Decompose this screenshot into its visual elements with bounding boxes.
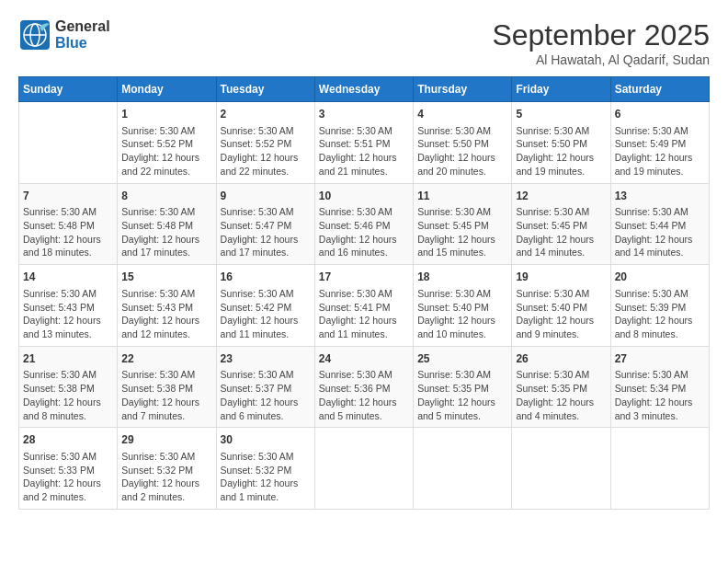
cell-sun-info: Sunrise: 5:30 AM Sunset: 5:40 PM Dayligh…: [417, 287, 507, 341]
calendar-cell: 8Sunrise: 5:30 AM Sunset: 5:48 PM Daylig…: [118, 183, 216, 265]
day-number: 25: [417, 351, 507, 367]
day-number: 6: [615, 107, 705, 122]
day-number: 22: [121, 351, 211, 367]
calendar-cell: 20Sunrise: 5:30 AM Sunset: 5:39 PM Dayli…: [610, 265, 709, 347]
day-number: 1: [121, 107, 211, 122]
cell-sun-info: Sunrise: 5:30 AM Sunset: 5:43 PM Dayligh…: [23, 287, 113, 341]
calendar-cell: [414, 428, 512, 510]
calendar-cell: 15Sunrise: 5:30 AM Sunset: 5:43 PM Dayli…: [118, 265, 216, 347]
cell-sun-info: Sunrise: 5:30 AM Sunset: 5:49 PM Dayligh…: [615, 124, 705, 178]
day-number: 15: [121, 270, 211, 285]
days-of-week-row: SundayMondayTuesdayWednesdayThursdayFrid…: [19, 77, 710, 102]
day-number: 2: [221, 107, 311, 122]
calendar-cell: 25Sunrise: 5:30 AM Sunset: 5:35 PM Dayli…: [414, 346, 512, 428]
calendar-cell: 4Sunrise: 5:30 AM Sunset: 5:50 PM Daylig…: [414, 102, 512, 184]
cell-sun-info: Sunrise: 5:30 AM Sunset: 5:42 PM Dayligh…: [221, 287, 311, 341]
calendar-table: SundayMondayTuesdayWednesdayThursdayFrid…: [18, 76, 710, 510]
calendar-cell: 29Sunrise: 5:30 AM Sunset: 5:32 PM Dayli…: [118, 428, 216, 510]
title-block: September 2025 Al Hawatah, Al Qadarif, S…: [492, 18, 710, 67]
day-number: 27: [615, 351, 705, 367]
day-number: 19: [516, 270, 606, 285]
week-row-2: 7Sunrise: 5:30 AM Sunset: 5:48 PM Daylig…: [19, 183, 710, 265]
calendar-cell: [314, 428, 413, 510]
cell-sun-info: Sunrise: 5:30 AM Sunset: 5:40 PM Dayligh…: [516, 287, 606, 341]
calendar-cell: 16Sunrise: 5:30 AM Sunset: 5:42 PM Dayli…: [216, 265, 314, 347]
day-number: 9: [221, 189, 311, 204]
day-number: 26: [516, 351, 606, 367]
dow-header-friday: Friday: [512, 77, 610, 102]
calendar-cell: 2Sunrise: 5:30 AM Sunset: 5:52 PM Daylig…: [216, 102, 314, 184]
calendar-cell: 5Sunrise: 5:30 AM Sunset: 5:50 PM Daylig…: [512, 102, 610, 184]
day-number: 11: [417, 189, 507, 204]
calendar-cell: 30Sunrise: 5:30 AM Sunset: 5:32 PM Dayli…: [216, 428, 314, 510]
cell-sun-info: Sunrise: 5:30 AM Sunset: 5:41 PM Dayligh…: [319, 287, 409, 341]
page-header: General Blue September 2025 Al Hawatah, …: [18, 18, 710, 67]
calendar-cell: 22Sunrise: 5:30 AM Sunset: 5:38 PM Dayli…: [118, 346, 216, 428]
calendar-cell: 3Sunrise: 5:30 AM Sunset: 5:51 PM Daylig…: [314, 102, 413, 184]
cell-sun-info: Sunrise: 5:30 AM Sunset: 5:35 PM Dayligh…: [417, 368, 507, 422]
cell-sun-info: Sunrise: 5:30 AM Sunset: 5:48 PM Dayligh…: [23, 205, 113, 259]
calendar-cell: 18Sunrise: 5:30 AM Sunset: 5:40 PM Dayli…: [414, 265, 512, 347]
dow-header-saturday: Saturday: [610, 77, 709, 102]
logo-icon: [18, 18, 51, 52]
day-number: 24: [319, 351, 409, 367]
calendar-cell: 13Sunrise: 5:30 AM Sunset: 5:44 PM Dayli…: [610, 183, 709, 265]
cell-sun-info: Sunrise: 5:30 AM Sunset: 5:44 PM Dayligh…: [615, 205, 705, 259]
day-number: 17: [319, 270, 409, 285]
cell-sun-info: Sunrise: 5:30 AM Sunset: 5:52 PM Dayligh…: [121, 124, 211, 178]
dow-header-monday: Monday: [118, 77, 216, 102]
cell-sun-info: Sunrise: 5:30 AM Sunset: 5:46 PM Dayligh…: [319, 205, 409, 259]
calendar-cell: 1Sunrise: 5:30 AM Sunset: 5:52 PM Daylig…: [118, 102, 216, 184]
calendar-cell: 11Sunrise: 5:30 AM Sunset: 5:45 PM Dayli…: [414, 183, 512, 265]
cell-sun-info: Sunrise: 5:30 AM Sunset: 5:32 PM Dayligh…: [221, 450, 311, 504]
day-number: 23: [221, 351, 311, 367]
calendar-cell: 7Sunrise: 5:30 AM Sunset: 5:48 PM Daylig…: [19, 183, 118, 265]
calendar-cell: [610, 428, 709, 510]
cell-sun-info: Sunrise: 5:30 AM Sunset: 5:39 PM Dayligh…: [615, 287, 705, 341]
cell-sun-info: Sunrise: 5:30 AM Sunset: 5:50 PM Dayligh…: [516, 124, 606, 178]
day-number: 5: [516, 107, 606, 122]
calendar-cell: 24Sunrise: 5:30 AM Sunset: 5:36 PM Dayli…: [314, 346, 413, 428]
calendar-cell: 27Sunrise: 5:30 AM Sunset: 5:34 PM Dayli…: [610, 346, 709, 428]
cell-sun-info: Sunrise: 5:30 AM Sunset: 5:38 PM Dayligh…: [23, 368, 113, 422]
main-title: September 2025: [492, 18, 710, 52]
day-number: 7: [23, 189, 113, 204]
calendar-cell: 9Sunrise: 5:30 AM Sunset: 5:47 PM Daylig…: [216, 183, 314, 265]
day-number: 16: [221, 270, 311, 285]
day-number: 18: [417, 270, 507, 285]
day-number: 13: [615, 189, 705, 204]
calendar-cell: 14Sunrise: 5:30 AM Sunset: 5:43 PM Dayli…: [19, 265, 118, 347]
calendar-cell: 23Sunrise: 5:30 AM Sunset: 5:37 PM Dayli…: [216, 346, 314, 428]
calendar-cell: 12Sunrise: 5:30 AM Sunset: 5:45 PM Dayli…: [512, 183, 610, 265]
cell-sun-info: Sunrise: 5:30 AM Sunset: 5:37 PM Dayligh…: [221, 368, 311, 422]
cell-sun-info: Sunrise: 5:30 AM Sunset: 5:32 PM Dayligh…: [121, 450, 211, 504]
cell-sun-info: Sunrise: 5:30 AM Sunset: 5:50 PM Dayligh…: [417, 124, 507, 178]
cell-sun-info: Sunrise: 5:30 AM Sunset: 5:35 PM Dayligh…: [516, 368, 606, 422]
calendar-cell: 6Sunrise: 5:30 AM Sunset: 5:49 PM Daylig…: [610, 102, 709, 184]
calendar-cell: 21Sunrise: 5:30 AM Sunset: 5:38 PM Dayli…: [19, 346, 118, 428]
cell-sun-info: Sunrise: 5:30 AM Sunset: 5:45 PM Dayligh…: [516, 205, 606, 259]
logo-text: General Blue: [55, 18, 110, 52]
calendar-cell: 28Sunrise: 5:30 AM Sunset: 5:33 PM Dayli…: [19, 428, 118, 510]
week-row-4: 21Sunrise: 5:30 AM Sunset: 5:38 PM Dayli…: [19, 346, 710, 428]
cell-sun-info: Sunrise: 5:30 AM Sunset: 5:51 PM Dayligh…: [319, 124, 409, 178]
week-row-3: 14Sunrise: 5:30 AM Sunset: 5:43 PM Dayli…: [19, 265, 710, 347]
calendar-cell: 19Sunrise: 5:30 AM Sunset: 5:40 PM Dayli…: [512, 265, 610, 347]
calendar-cell: 26Sunrise: 5:30 AM Sunset: 5:35 PM Dayli…: [512, 346, 610, 428]
cell-sun-info: Sunrise: 5:30 AM Sunset: 5:43 PM Dayligh…: [121, 287, 211, 341]
week-row-1: 1Sunrise: 5:30 AM Sunset: 5:52 PM Daylig…: [19, 102, 710, 184]
day-number: 12: [516, 189, 606, 204]
logo: General Blue: [18, 18, 110, 52]
calendar-cell: [19, 102, 118, 184]
day-number: 4: [417, 107, 507, 122]
cell-sun-info: Sunrise: 5:30 AM Sunset: 5:34 PM Dayligh…: [615, 368, 705, 422]
day-number: 28: [23, 432, 113, 448]
day-number: 8: [121, 189, 211, 204]
cell-sun-info: Sunrise: 5:30 AM Sunset: 5:45 PM Dayligh…: [417, 205, 507, 259]
cell-sun-info: Sunrise: 5:30 AM Sunset: 5:33 PM Dayligh…: [23, 450, 113, 504]
cell-sun-info: Sunrise: 5:30 AM Sunset: 5:36 PM Dayligh…: [319, 368, 409, 422]
cell-sun-info: Sunrise: 5:30 AM Sunset: 5:52 PM Dayligh…: [221, 124, 311, 178]
dow-header-sunday: Sunday: [19, 77, 118, 102]
dow-header-tuesday: Tuesday: [216, 77, 314, 102]
dow-header-wednesday: Wednesday: [314, 77, 413, 102]
